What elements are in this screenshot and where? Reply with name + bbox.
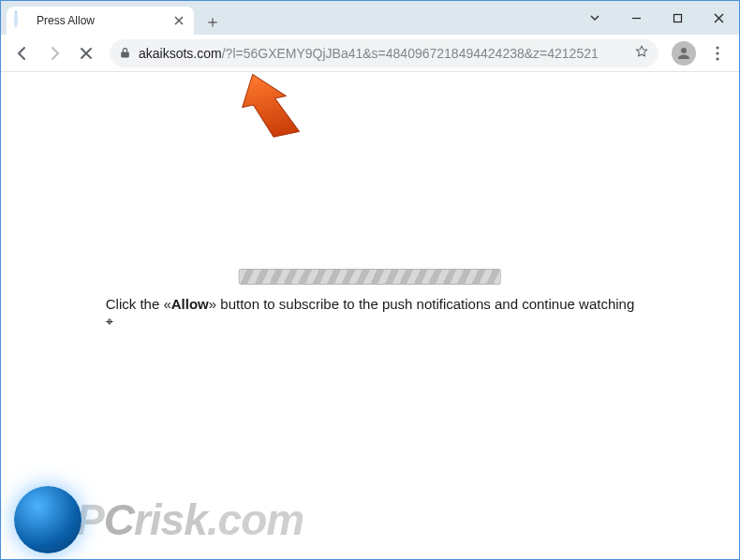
loading-spinner-icon	[14, 13, 29, 28]
url-path: /?l=56GXEMY9QjJBa41&s=484096721849442423…	[222, 46, 599, 61]
browser-toolbar: akaiksots.com/?l=56GXEMY9QjJBa41&s=48409…	[1, 35, 739, 72]
bookmark-star-icon[interactable]	[634, 44, 649, 62]
close-window-button[interactable]	[698, 4, 739, 32]
prompt-suffix: » button to subscribe to the push notifi…	[209, 296, 634, 312]
watermark: PCrisk.com	[14, 486, 303, 553]
maximize-button[interactable]	[657, 4, 698, 32]
tab-title: Press Allow	[37, 14, 171, 27]
svg-point-1	[716, 46, 718, 49]
svg-point-3	[716, 57, 718, 60]
prompt-allow-word: Allow	[171, 296, 209, 312]
watermark-badge-icon	[14, 486, 81, 553]
tab-search-button[interactable]	[574, 12, 615, 23]
browser-menu-button[interactable]	[703, 39, 732, 67]
window-controls	[574, 1, 739, 35]
watermark-text: PCrisk.com	[76, 494, 303, 545]
forward-button[interactable]	[40, 39, 68, 67]
back-button[interactable]	[8, 39, 37, 67]
window-title-bar: Press Allow ＋	[1, 1, 739, 35]
profile-avatar-button[interactable]	[672, 41, 696, 66]
address-bar[interactable]: akaiksots.com/?l=56GXEMY9QjJBa41&s=48409…	[110, 39, 659, 67]
minimize-button[interactable]	[615, 4, 657, 32]
close-tab-button[interactable]	[171, 13, 186, 28]
svg-point-2	[716, 52, 718, 54]
url-text: akaiksots.com/?l=56GXEMY9QjJBa41&s=48409…	[139, 46, 627, 61]
prompt-prefix: Click the «	[106, 296, 171, 312]
stop-reload-button[interactable]	[72, 39, 100, 67]
cursor-icon: ⌖	[106, 314, 113, 330]
lock-icon	[119, 47, 131, 59]
browser-tab[interactable]: Press Allow	[7, 7, 194, 35]
center-block: Click the «Allow» button to subscribe to…	[106, 269, 635, 312]
new-tab-button[interactable]: ＋	[200, 8, 226, 35]
svg-rect-0	[673, 14, 681, 22]
url-domain: akaiksots.com	[139, 46, 222, 61]
fake-progress-bar	[239, 269, 501, 285]
prompt-text: Click the «Allow» button to subscribe to…	[106, 296, 635, 312]
